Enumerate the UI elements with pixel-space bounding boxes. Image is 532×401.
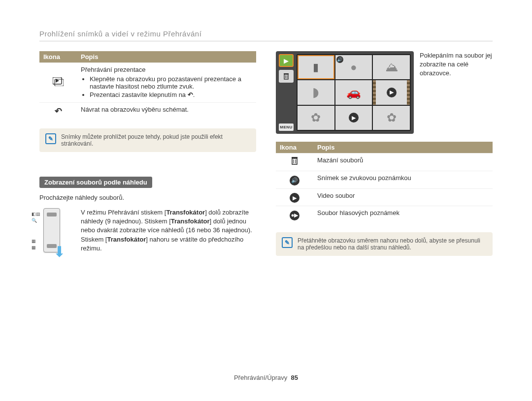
zoom-out-icon: ▩ — [32, 245, 40, 251]
left-note-text: Snímky můžete prohlížet pouze tehdy, pok… — [61, 133, 250, 147]
left-note: ✎ Snímky můžete prohlížet pouze tehdy, p… — [39, 128, 256, 152]
footer-section: Přehrávání/Úpravy — [234, 374, 287, 381]
thumb-6[interactable]: ▶ — [373, 80, 410, 104]
screen-delete-button[interactable] — [279, 70, 294, 83]
row-delete: Mazání souborů — [313, 154, 493, 171]
thumb-1[interactable]: ▮ — [298, 55, 334, 79]
thumb-7[interactable]: ✿ — [298, 106, 334, 130]
right-note: ✎ Přetáhněte obrazovku směrem nahoru neb… — [276, 232, 493, 256]
row-slideshow-title: Přehrávání prezentace — [81, 66, 252, 73]
left-icon-table: Ikona Popis Přehrávání prezentace — [39, 51, 256, 120]
menu-button[interactable]: MENU — [279, 123, 294, 131]
sub-heading: Zobrazení souborů podle náhledu — [39, 177, 152, 188]
row-slideshow-b1: Klepněte na obrazovku pro pozastavení pr… — [90, 75, 252, 90]
th-desc-r: Popis — [313, 142, 493, 154]
svg-rect-4 — [284, 73, 289, 74]
right-column: ▶ MENU ▮ 🔊● ⛰ ◗ 🚗 ▶ — [276, 51, 493, 266]
row-video: Video soubor — [313, 188, 493, 206]
voice-note-icon: ●▶ — [276, 206, 313, 223]
page-footer: Přehrávání/Úpravy 85 — [0, 374, 532, 381]
undo-icon: ↶ — [188, 91, 193, 98]
back-icon: ↶ — [39, 103, 77, 120]
delete-icon — [276, 154, 313, 171]
breadcrumb: Prohlížení snímků a videí v režimu Přehr… — [39, 30, 493, 41]
video-icon: ▶ — [276, 188, 313, 206]
row-back-desc: Návrat na obrazovku výběru schémat. — [77, 103, 256, 120]
page-number: 85 — [291, 374, 298, 381]
svg-rect-7 — [292, 158, 297, 164]
th-desc: Popis — [77, 51, 256, 63]
thumb-9[interactable]: ✿ — [373, 106, 410, 130]
slideshow-icon — [39, 63, 77, 103]
note-icon: ✎ — [45, 133, 56, 144]
zoom-illustration: ◧▤ 🔍 ▦ ▩ ⬇ — [39, 208, 74, 252]
thumb-4[interactable]: ◗ — [298, 80, 334, 104]
right-note-text: Přetáhněte obrazovku směrem nahoru nebo … — [298, 237, 487, 251]
row-slideshow-desc: Přehrávání prezentace Klepněte na obrazo… — [77, 63, 256, 103]
thumb-8[interactable]: ▶ — [335, 106, 372, 130]
thumb-5[interactable]: 🚗 — [335, 80, 372, 104]
sound-badge-icon: 🔊 — [336, 56, 343, 63]
voice-badge-icon: ▶ — [349, 113, 359, 123]
right-icon-table: Ikona Popis Mazání souborů 🔊 Snímek se z… — [276, 142, 493, 223]
note-icon-r: ✎ — [282, 237, 293, 248]
sound-note-icon: 🔊 — [276, 171, 313, 189]
sub-text: Procházejte náhledy souborů. — [39, 194, 256, 201]
row-sound-note: Snímek se zvukovou poznámkou — [313, 171, 493, 189]
th-icon: Ikona — [39, 51, 77, 63]
zoom-text: V režimu Přehrávání stiskem [Transfokáto… — [81, 208, 256, 253]
screen-caption: Poklepáním na soubor jej zobrazíte na ce… — [420, 51, 493, 78]
zoom-in-icon: ◧▤ — [32, 211, 40, 217]
thumb-3[interactable]: ⛰ — [373, 55, 410, 79]
thumbnail-grid: ▮ 🔊● ⛰ ◗ 🚗 ▶ ✿ ▶ ✿ — [297, 54, 411, 131]
camera-screen: ▶ MENU ▮ 🔊● ⛰ ◗ 🚗 ▶ — [276, 51, 414, 134]
play-badge-icon: ▶ — [387, 88, 397, 97]
row-slideshow-b2: Prezentaci zastavíte klepnutím na ↶. — [90, 91, 252, 98]
thumb-2[interactable]: 🔊● — [335, 55, 372, 79]
svg-rect-3 — [284, 74, 288, 79]
th-icon-r: Ikona — [276, 142, 313, 154]
grid-icon: ▦ — [32, 238, 40, 245]
svg-rect-8 — [292, 157, 298, 158]
left-column: Ikona Popis Přehrávání prezentace — [39, 51, 256, 266]
arrow-down-icon: ⬇ — [53, 243, 66, 260]
screen-play-button[interactable]: ▶ — [279, 54, 294, 67]
row-voice-note: Soubor hlasových poznámek — [313, 206, 493, 223]
magnify-icon: 🔍 — [32, 217, 40, 224]
